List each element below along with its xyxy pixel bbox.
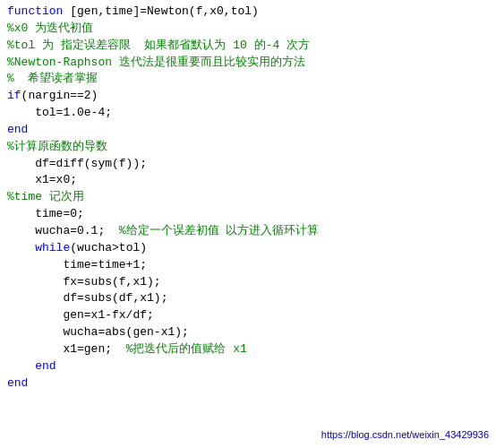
code-line: df=diff(sym(f)); — [7, 156, 489, 173]
code-line: end — [7, 375, 489, 392]
code-line: fx=subs(f,x1); — [7, 274, 489, 291]
code-line: %Newton-Raphson 迭代法是很重要而且比较实用的方法 — [7, 55, 489, 72]
code-line: %time 记次用 — [7, 189, 489, 206]
code-line: time=time+1; — [7, 257, 489, 274]
code-line: % 希望读者掌握 — [7, 71, 489, 88]
watermark: https://blog.csdn.net/weixin_43429936 — [321, 428, 489, 443]
code-line: end — [7, 122, 489, 139]
code-line: x1=x0; — [7, 172, 489, 189]
code-line: while(wucha>tol) — [7, 240, 489, 257]
code-line: %tol 为 指定误差容限 如果都省默认为 10 的-4 次方 — [7, 38, 489, 55]
code-line: time=0; — [7, 206, 489, 223]
code-line: tol=1.0e-4; — [7, 105, 489, 122]
code-line: x1=gen; %把迭代后的值赋给 x1 — [7, 341, 489, 358]
code-lines: function [gen,time]=Newton(f,x0,tol)%x0 … — [7, 4, 489, 392]
code-line: end — [7, 358, 489, 375]
code-line: df=subs(df,x1); — [7, 290, 489, 307]
code-line: gen=x1-fx/df; — [7, 307, 489, 324]
code-editor: function [gen,time]=Newton(f,x0,tol)%x0 … — [0, 0, 496, 448]
code-line: wucha=abs(gen-x1); — [7, 324, 489, 341]
code-line: if(nargin==2) — [7, 88, 489, 105]
code-line: %计算原函数的导数 — [7, 139, 489, 156]
code-line: %x0 为迭代初值 — [7, 21, 489, 38]
code-line: wucha=0.1; %给定一个误差初值 以方进入循环计算 — [7, 223, 489, 240]
code-line: function [gen,time]=Newton(f,x0,tol) — [7, 4, 489, 21]
